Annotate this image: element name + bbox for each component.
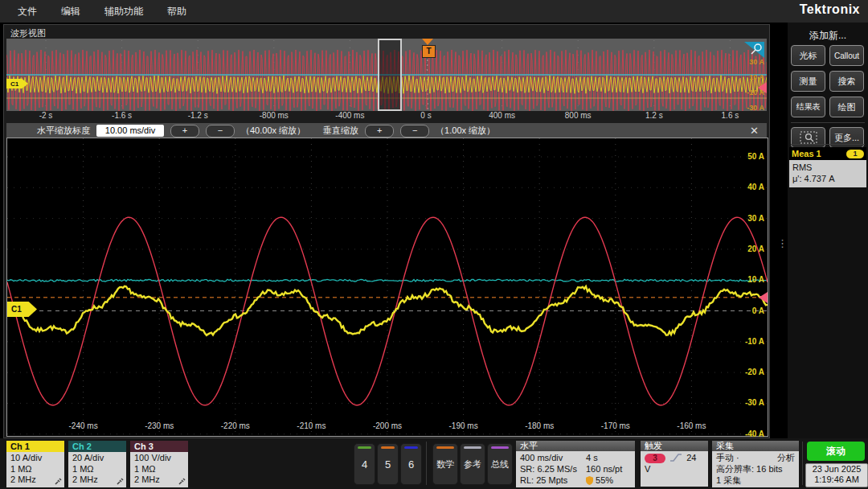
horizontal-panel-title: 水平 (516, 441, 635, 451)
overview-amp-tick: -30 A (732, 104, 764, 111)
probe-icon (178, 478, 186, 485)
channel3-badge[interactable]: Ch 3 100 V/div 1 MΩ 2 MHz (130, 441, 188, 487)
trigger-panel[interactable]: 触发 3 24 V (641, 441, 708, 487)
divider-drag-handle[interactable]: ⋮ (777, 237, 788, 249)
bus-label: 总线 (491, 458, 509, 471)
main-amp-tick: 40 A (729, 183, 764, 191)
more-button[interactable]: 更多... (829, 127, 864, 148)
plot-button[interactable]: 绘图 (829, 97, 864, 117)
h-scale: 400 ms/div (520, 452, 586, 463)
h-zoom-minus-button[interactable]: − (206, 125, 235, 138)
main-amp-tick: 10 A (729, 275, 764, 284)
probe-icon (55, 478, 62, 485)
record-overview-strip[interactable]: C1 T 30 A10 A-10 A-30 A (6, 39, 767, 111)
roll-run-button[interactable]: 滚动 (807, 442, 865, 461)
channel2-impedance: 1 MΩ (72, 464, 126, 475)
channel4-button[interactable]: 4 (354, 443, 375, 485)
trigger-position-marker[interactable]: T (422, 45, 436, 58)
math-button[interactable]: 数学 (432, 443, 458, 485)
menu-edit[interactable]: 编辑 (61, 5, 80, 18)
zoom-overlay-button[interactable] (791, 127, 825, 148)
v-zoom-label: 垂直缩放 (323, 125, 358, 137)
oscilloscope-app: 文件 编辑 辅助功能 帮助 Tektronix 波形视图 C1 T 30 A10… (0, 0, 868, 489)
menu-help[interactable]: 帮助 (167, 5, 186, 18)
channel1-badge[interactable]: Ch 1 10 A/div 1 MΩ 2 MHz (6, 441, 64, 487)
channel5-button[interactable]: 5 (377, 443, 399, 485)
main-amp-tick: 50 A (729, 152, 764, 161)
main-waveforms (7, 138, 768, 436)
menu-file[interactable]: 文件 (18, 5, 37, 18)
h-record-length: RL: 25 Mpts (520, 475, 586, 486)
channel3-impedance: 1 MΩ (134, 464, 188, 475)
overview-time-tick: 0 s (398, 111, 454, 120)
meas1-badge[interactable]: Meas 1 1 RMS μ': 4.737 A (789, 147, 866, 187)
channel2-badge[interactable]: Ch 2 20 A/div 1 MΩ 2 MHz (68, 441, 126, 487)
meas1-body: RMS μ': 4.737 A (789, 160, 866, 187)
main-amp-tick: -20 A (729, 368, 764, 376)
channel3-name: Ch 3 (130, 441, 188, 452)
channel3-scale: 100 V/div (134, 453, 188, 464)
bus-button[interactable]: 总线 (487, 443, 513, 485)
main-time-tick: -240 ms (55, 421, 112, 430)
trigger-level-arrow[interactable] (759, 292, 768, 303)
overview-zoom-icon[interactable] (743, 40, 765, 60)
channel5-label: 5 (385, 458, 391, 471)
overview-time-tick: 400 ms (474, 111, 530, 120)
shield-icon (586, 476, 593, 485)
h-duration: 4 s (586, 452, 598, 463)
zoom-window-box[interactable] (378, 39, 402, 111)
tektronix-logo: Tektronix (800, 2, 860, 17)
callout-button[interactable]: Callout (829, 45, 864, 66)
add-new-title: 添加新... (788, 29, 868, 43)
meas1-header: Meas 1 1 (789, 147, 866, 160)
main-amp-tick: -30 A (729, 398, 764, 407)
datetime-display: 23 Jun 2025 1:19:46 AM (805, 463, 868, 487)
main-time-tick: -200 ms (359, 421, 416, 430)
overview-amp-tick: -10 A (732, 88, 764, 97)
horizontal-panel[interactable]: 水平 400 ms/div 4 s SR: 6.25 MS/s 160 ns/p… (516, 441, 635, 487)
results-table-button[interactable]: 结果表 (791, 97, 825, 117)
overview-time-tick: 1.2 s (626, 111, 682, 120)
channel4-label: 4 (362, 458, 367, 471)
meas1-title: Meas 1 (792, 149, 821, 158)
waveform-view-title: 波形视图 (10, 27, 46, 39)
acquisition-panel-title: 采集 (712, 441, 799, 451)
overview-time-tick: -2 s (18, 111, 74, 120)
channel1-scale: 10 A/div (10, 453, 64, 464)
v-zoom-plus-button[interactable]: + (365, 125, 394, 138)
channel2-name: Ch 2 (68, 441, 126, 452)
trigger-position-arrow (422, 39, 433, 45)
main-time-tick: -210 ms (283, 421, 339, 430)
main-amp-tick: -10 A (729, 337, 764, 346)
h-zoom-plus-button[interactable]: + (170, 125, 199, 138)
channel6-button[interactable]: 6 (400, 443, 422, 485)
cursor-button[interactable]: 光标 (791, 45, 825, 66)
sidebar-separator (791, 122, 865, 123)
h-percent: 55% (596, 475, 613, 485)
search-button[interactable]: 搜索 (829, 71, 864, 92)
h-zoom-factor: （40.00x 缩放） (241, 125, 305, 137)
panel-divider (770, 23, 788, 438)
overview-time-tick: -1.6 s (94, 111, 150, 120)
bottom-separator (802, 442, 803, 485)
main-amp-tick: 20 A (729, 244, 764, 253)
measure-button[interactable]: 测量 (791, 71, 825, 92)
v-zoom-minus-button[interactable]: − (400, 125, 429, 138)
overview-time-axis: -2 s-1.6 s-1.2 s-800 ms-400 ms0 s400 ms8… (6, 111, 767, 121)
h-resolution: 160 ns/pt (586, 463, 622, 475)
sidebar-separator (791, 144, 865, 145)
acq-resolution: 高分辨率: 16 bits (716, 463, 795, 475)
main-waveform-plot[interactable]: C1 -240 ms-230 ms-220 ms-210 ms-200 ms-1… (6, 138, 768, 437)
h-zoom-scale-value[interactable]: 10.00 ms/div (96, 125, 164, 137)
zoom-close-icon[interactable]: ✕ (750, 125, 759, 137)
meas1-value: μ': 4.737 A (792, 173, 863, 184)
h-sample-rate: SR: 6.25 MS/s (520, 463, 586, 475)
acquisition-panel[interactable]: 采集 手动 · 分析 高分辨率: 16 bits 1 采集 (712, 441, 799, 487)
acq-mode: 手动 · (716, 452, 739, 463)
meas1-type: RMS (792, 162, 863, 173)
acq-analyze: 分析 (777, 452, 795, 463)
main-time-tick: -160 ms (663, 421, 719, 430)
reference-button[interactable]: 参考 (460, 443, 485, 485)
menu-utility[interactable]: 辅助功能 (104, 5, 143, 18)
trigger-panel-title: 触发 (641, 441, 708, 451)
